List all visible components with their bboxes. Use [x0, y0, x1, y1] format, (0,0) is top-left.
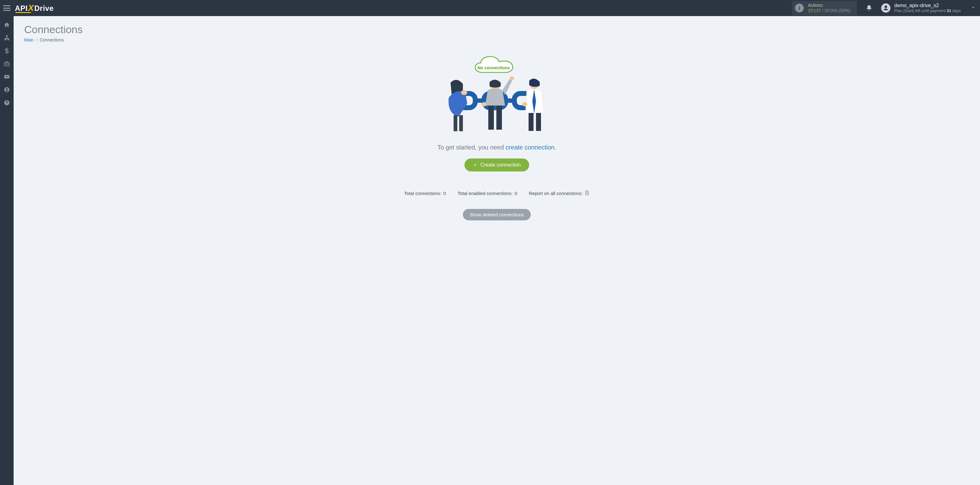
sitemap-icon: [4, 35, 10, 41]
actions-percent: (50%): [839, 8, 850, 13]
create-connection-button-label: Create connection: [480, 162, 521, 168]
actions-used: 25'137: [808, 8, 821, 13]
breadcrumb-separator: /: [36, 38, 37, 43]
sidebar-item-account[interactable]: [0, 84, 14, 96]
bell-icon: [865, 5, 872, 11]
svg-point-12: [461, 90, 467, 95]
actions-limit: 50'000: [824, 8, 837, 13]
sidebar-item-help[interactable]: [0, 97, 14, 109]
svg-rect-11: [459, 115, 463, 131]
logo-text-drive: Drive: [34, 4, 54, 13]
actions-separator: /: [821, 8, 825, 13]
menu-toggle-button[interactable]: [3, 5, 11, 11]
question-circle-icon: [4, 100, 10, 106]
sidebar-item-video[interactable]: [0, 71, 14, 83]
stat-report[interactable]: Report on all connections:: [529, 190, 589, 197]
sidebar-item-connections[interactable]: [0, 32, 14, 44]
app-header: API X Drive i Actions: 25'137 / 50'000 (…: [0, 0, 980, 16]
create-connection-button[interactable]: Create connection: [465, 158, 530, 171]
document-icon: [584, 190, 589, 197]
stat-total: Total connections: 0: [404, 191, 446, 196]
show-deleted-button[interactable]: Show deleted connections: [463, 209, 531, 220]
user-icon: [883, 5, 889, 11]
info-icon: i: [795, 4, 804, 13]
chevron-down-icon: [971, 5, 976, 10]
sidebar-item-billing[interactable]: [0, 44, 14, 57]
user-menu[interactable]: demo_apix-drive_s2 Plan |Start| left unt…: [881, 3, 976, 13]
svg-rect-19: [528, 113, 533, 131]
logo-text-x: X: [28, 3, 34, 13]
main-content: Connections Main / Connections No connec…: [14, 16, 980, 485]
breadcrumb: Main / Connections: [24, 38, 969, 43]
page-title: Connections: [24, 24, 969, 36]
stats-row: Total connections: 0 Total enabled conne…: [404, 190, 590, 197]
notifications-button[interactable]: [865, 5, 872, 11]
empty-illustration: No connections: [441, 52, 553, 138]
user-circle-icon: [4, 87, 10, 93]
breadcrumb-current: Connections: [40, 38, 64, 43]
actions-usage-badge[interactable]: i Actions: 25'137 / 50'000 (50%): [792, 1, 857, 16]
sidebar: [0, 16, 14, 485]
empty-lead-text: To get started, you need create connecti…: [438, 144, 557, 151]
user-menu-chevron: [964, 5, 976, 11]
empty-cloud-label: No connections: [473, 65, 514, 70]
svg-rect-10: [453, 115, 457, 131]
svg-point-2: [6, 88, 8, 89]
home-icon: [4, 22, 10, 28]
dollar-icon: [4, 48, 10, 54]
logo-text-api: API: [15, 4, 28, 13]
user-plan-line: Plan |Start| left until payment 31 days: [894, 9, 961, 13]
create-connection-link[interactable]: create connection: [506, 144, 555, 151]
avatar: [881, 3, 891, 13]
app-logo[interactable]: API X Drive: [15, 3, 54, 13]
plus-icon: [473, 163, 477, 167]
sidebar-item-home[interactable]: [0, 19, 14, 31]
actions-label: Actions:: [808, 3, 850, 8]
briefcase-icon: [4, 61, 10, 67]
youtube-icon: [4, 74, 10, 80]
stat-enabled: Total enabled connections: 0: [458, 191, 517, 196]
cloud-icon: [469, 52, 519, 78]
svg-rect-15: [488, 106, 494, 130]
svg-point-17: [482, 102, 487, 106]
sidebar-item-toolbox[interactable]: [0, 57, 14, 70]
svg-rect-20: [536, 113, 541, 131]
svg-point-21: [522, 102, 527, 106]
user-name: demo_apix-drive_s2: [894, 3, 961, 8]
breadcrumb-root-link[interactable]: Main: [24, 38, 33, 43]
svg-rect-16: [496, 106, 502, 130]
